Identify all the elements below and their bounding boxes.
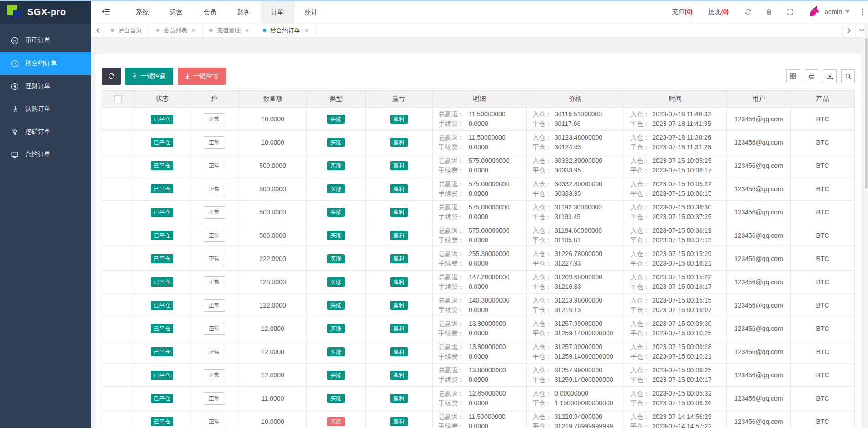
control-button[interactable]: 正常	[204, 113, 225, 125]
tabs-scroll-left-icon[interactable]	[91, 24, 104, 37]
export-button[interactable]	[823, 69, 837, 83]
tabs-scroll-right-icon[interactable]	[842, 24, 855, 37]
result-cell: 赢利	[366, 294, 433, 317]
amount-cell: 10.0000	[239, 410, 307, 428]
avatar[interactable]	[807, 5, 821, 19]
control-button[interactable]: 正常	[204, 183, 225, 195]
status-cell: 已平仓	[134, 247, 190, 271]
topnav-item-finance[interactable]: 财务	[227, 0, 261, 23]
arrow-up-icon	[132, 73, 137, 79]
sidebar-item-subscribe-order[interactable]: 认购订单	[0, 98, 91, 120]
scrollbar-thumb[interactable]	[865, 38, 868, 189]
time-cell: 入仓：2023-07-15 00:05:32平仓：2023-07-15 00:0…	[624, 387, 727, 410]
type-cell: 买涨	[307, 340, 366, 364]
page-scrollbar[interactable]	[864, 24, 868, 428]
detail-cell: 总赢返：575.00000000手续费：0.0000	[432, 224, 526, 247]
result-cell: 赢利	[366, 340, 433, 364]
force-win-button[interactable]: 一键控赢	[125, 68, 173, 85]
force-lose-button[interactable]: 一键控亏	[178, 68, 226, 85]
status-cell: 已平仓	[134, 410, 190, 428]
type-badge: 买涨	[327, 347, 345, 356]
row-select-cell	[102, 131, 134, 154]
recharge-link[interactable]: 充值(0)	[672, 8, 693, 16]
time-cell: 入仓：2023-07-14 14:56:29平仓：2023-07-14 14:5…	[624, 410, 727, 428]
admin-menu[interactable]: admin	[825, 8, 850, 16]
table-row: 已平仓正常500.0000买涨赢利总赢返：575.00000000手续费：0.0…	[102, 154, 855, 177]
type-badge: 买涨	[327, 301, 345, 310]
col-header-6: 明细	[432, 91, 526, 108]
sidebar-item-second-contract-order[interactable]: 秒合约订单	[0, 52, 91, 75]
status-badge: 已平仓	[151, 161, 173, 170]
row-select-cell	[102, 410, 134, 428]
sidebar-collapse-icon[interactable]	[91, 0, 118, 23]
topnav-item-system[interactable]: 系统	[125, 0, 159, 23]
type-cell: 买涨	[307, 317, 366, 340]
sidebar-menu: cc币币订单秒合约订单理财订单认购订单挖矿订单合约订单	[0, 24, 91, 166]
control-button[interactable]: 正常	[204, 253, 225, 265]
tab-member-list[interactable]: 会员列表×	[149, 24, 203, 37]
print-button[interactable]	[805, 69, 818, 83]
filter-columns-button[interactable]	[786, 69, 800, 83]
select-all-checkbox[interactable]	[114, 95, 122, 103]
table-row: 已平仓正常222.0000买涨赢利总赢返：255.30000000手续费：0.0…	[102, 247, 855, 271]
control-button[interactable]: 正常	[204, 299, 225, 312]
sidebar-item-mining-order[interactable]: 挖矿订单	[0, 120, 91, 143]
control-button[interactable]: 正常	[204, 206, 225, 219]
fullscreen-icon[interactable]	[786, 8, 793, 15]
tab-close-icon[interactable]: ×	[245, 27, 249, 34]
refresh-icon[interactable]	[744, 8, 752, 16]
topnav-item-operation[interactable]: 运营	[159, 0, 193, 23]
topnav-item-stat[interactable]: 统计	[294, 0, 328, 23]
tab-close-icon[interactable]: ×	[304, 27, 308, 34]
trash-icon[interactable]	[765, 8, 773, 16]
table-card: 一键控赢 一键控亏	[95, 54, 861, 428]
tab-status-dot	[156, 29, 159, 32]
type-badge: 买涨	[327, 324, 345, 333]
control-button[interactable]: 正常	[204, 160, 225, 172]
product-cell: BTC	[791, 410, 855, 428]
product-cell: BTC	[791, 247, 855, 271]
result-cell: 赢利	[366, 177, 433, 201]
tab-recharge-manage[interactable]: 充值管理×	[203, 24, 256, 37]
refresh-table-button[interactable]	[102, 68, 121, 85]
status-cell: 已平仓	[134, 364, 190, 387]
sidebar-item-contract-order[interactable]: 合约订单	[0, 143, 91, 166]
sidebar-item-coin-order[interactable]: cc币币订单	[0, 29, 91, 52]
result-cell: 赢利	[366, 108, 433, 131]
control-button[interactable]: 正常	[204, 136, 225, 149]
product-cell: BTC	[791, 131, 855, 154]
tab-label: 后台首页	[118, 26, 142, 35]
product-cell: BTC	[791, 364, 855, 387]
control-button[interactable]: 正常	[204, 416, 225, 428]
control-button[interactable]: 正常	[204, 276, 225, 288]
detail-cell: 总赢返：12.65000000手续费：0.0000	[432, 387, 526, 410]
result-badge: 赢利	[390, 371, 408, 380]
sidebar: SGX-pro cc币币订单秒合约订单理财订单认购订单挖矿订单合约订单	[0, 0, 91, 428]
control-button[interactable]: 正常	[204, 369, 225, 381]
topnav-item-order[interactable]: 订单	[261, 0, 294, 23]
search-button[interactable]	[841, 69, 855, 83]
status-badge: 已平仓	[151, 347, 173, 356]
tab-close-icon[interactable]: ×	[192, 27, 195, 34]
tab-second-contract-order[interactable]: 秒合约订单×	[256, 24, 315, 37]
table-toolbar: 一键控赢 一键控亏	[102, 68, 855, 85]
user-cell: 123456@qq.com	[727, 131, 791, 154]
control-button[interactable]: 正常	[204, 346, 225, 358]
control-button[interactable]: 正常	[204, 392, 225, 405]
sidebar-item-finance-order[interactable]: 理财订单	[0, 75, 91, 98]
tab-home[interactable]: 后台首页	[104, 24, 149, 37]
status-badge: 已平仓	[151, 115, 173, 124]
result-cell: 赢利	[366, 410, 433, 428]
user-cell: 123456@qq.com	[727, 108, 791, 131]
user-cell: 123456@qq.com	[727, 410, 791, 428]
row-select-cell	[102, 177, 134, 201]
table-row: 已平仓正常12.0000买涨赢利总赢返：13.80000000手续费：0.000…	[102, 317, 855, 340]
more-vertical-icon[interactable]	[862, 8, 863, 16]
topnav-item-member[interactable]: 会员	[193, 0, 227, 23]
control-button[interactable]: 正常	[204, 230, 225, 242]
status-cell: 已平仓	[134, 108, 190, 131]
control-button[interactable]: 正常	[204, 323, 225, 335]
status-badge: 已平仓	[151, 301, 173, 310]
withdraw-link[interactable]: 提现(0)	[708, 8, 729, 16]
time-cell: 入仓：2023-07-15 00:15:22平仓：2023-07-15 00:1…	[624, 271, 727, 294]
